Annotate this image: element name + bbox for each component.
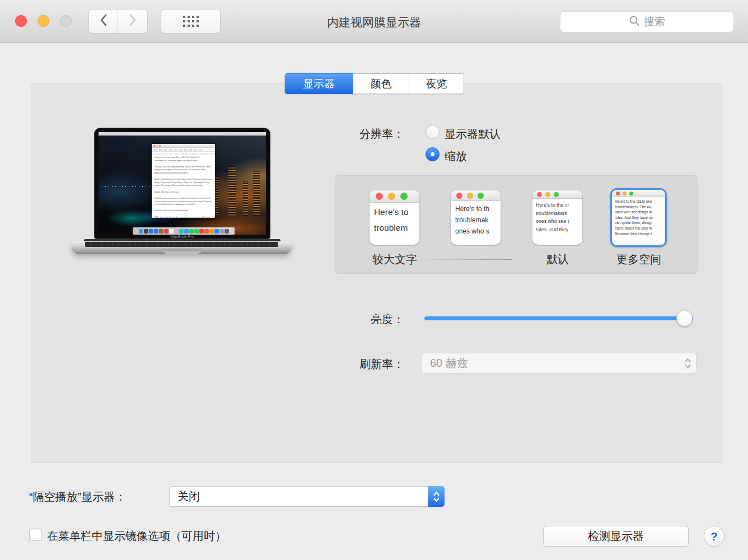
airplay-value: 关闭 bbox=[170, 489, 428, 504]
macbook-lid-notch bbox=[162, 249, 202, 254]
dock-app-icon bbox=[179, 229, 184, 234]
city-building bbox=[253, 171, 260, 216]
macbook-model-label: MacBook Pro bbox=[94, 235, 270, 239]
scale-option-more-space-selected[interactable]: Here's to the crazy one troublemakers. T… bbox=[610, 188, 667, 247]
dock-app-icon bbox=[139, 229, 143, 234]
scale-option-larger-text[interactable]: Here's to troublem bbox=[370, 190, 419, 245]
tab-bar: 显示器 颜色 夜览 bbox=[284, 73, 464, 94]
thumb-sample-text: Here's to the cr troublemakers. ones who… bbox=[532, 199, 582, 245]
radio-default-label[interactable]: 显示器默认 bbox=[445, 127, 501, 142]
titlebar: 内建视网膜显示器 搜索 bbox=[0, 0, 748, 43]
dock-app-icon bbox=[164, 229, 169, 234]
dock-app-icon bbox=[189, 229, 194, 234]
tab-night-shift[interactable]: 夜览 bbox=[409, 73, 464, 94]
mini-menubar bbox=[99, 132, 266, 136]
refresh-rate-label: 刷新率： bbox=[314, 357, 404, 372]
macbook-keyboard bbox=[85, 242, 278, 247]
city-building bbox=[228, 166, 236, 216]
airplay-dropdown[interactable]: 关闭 bbox=[169, 486, 445, 507]
airplay-display-label: “隔空播放”显示器： bbox=[29, 489, 126, 505]
tab-display[interactable]: 显示器 bbox=[284, 73, 353, 94]
search-placeholder: 搜索 bbox=[644, 15, 665, 29]
mini-textedit-window: Here's to the crazy ones. The misfits. T… bbox=[152, 144, 215, 218]
dock-app-icon bbox=[159, 229, 163, 234]
show-mirroring-options-checkbox[interactable] bbox=[29, 529, 41, 541]
dock-app-icon bbox=[169, 229, 174, 234]
mini-minimize-icon bbox=[156, 145, 158, 147]
brightness-slider-track[interactable] bbox=[424, 316, 693, 320]
chevron-up-down-icon bbox=[679, 357, 696, 370]
dock-app-icon bbox=[174, 229, 179, 234]
radio-scaled[interactable] bbox=[426, 147, 440, 161]
show-mirroring-options-label[interactable]: 在菜单栏中显示镜像选项（可用时） bbox=[47, 529, 226, 544]
dock bbox=[133, 227, 235, 235]
dock-app-icon bbox=[209, 229, 214, 234]
thumb-titlebar bbox=[451, 190, 501, 201]
detect-displays-button[interactable]: 检测显示器 bbox=[543, 526, 689, 547]
thumb-sample-text: Here's to the crazy one troublemakers. T… bbox=[612, 197, 665, 245]
dock-app-icon bbox=[149, 229, 153, 234]
city-building bbox=[243, 181, 248, 216]
scale-label-more-space: 更多空间 bbox=[611, 252, 667, 267]
radio-scaled-label[interactable]: 缩放 bbox=[445, 149, 467, 164]
scale-label-default: 默认 bbox=[530, 252, 586, 267]
dock-app-icon bbox=[194, 229, 199, 234]
dock-app-icon bbox=[199, 229, 204, 234]
mini-window-titlebar bbox=[152, 144, 215, 148]
mini-toolbar bbox=[152, 148, 215, 152]
help-button[interactable]: ? bbox=[704, 526, 724, 547]
chevron-up-down-icon bbox=[428, 486, 445, 507]
tab-color[interactable]: 颜色 bbox=[353, 73, 409, 94]
mini-close-icon bbox=[153, 145, 155, 147]
macbook-base bbox=[72, 241, 292, 254]
brightness-label: 亮度： bbox=[314, 312, 404, 327]
dock-app-icon bbox=[214, 229, 219, 234]
thumb-titlebar bbox=[612, 190, 665, 197]
mini-zoom-icon bbox=[159, 145, 161, 147]
refresh-rate-dropdown: 60 赫兹 bbox=[422, 353, 696, 374]
radio-default-for-display[interactable] bbox=[426, 125, 440, 139]
dock-app-icon bbox=[219, 229, 224, 234]
dock-app-icon bbox=[184, 229, 189, 234]
mini-document-text: Here's to the crazy ones. The misfits. T… bbox=[152, 155, 215, 218]
dock-app-icon bbox=[225, 229, 229, 234]
scale-divider-line bbox=[427, 259, 512, 260]
thumb-titlebar bbox=[532, 190, 582, 199]
search-input[interactable]: 搜索 bbox=[560, 11, 734, 32]
thumb-sample-text: Here's to troublem bbox=[370, 203, 419, 245]
macbook-display-preview: Here's to the crazy ones. The misfits. T… bbox=[99, 132, 266, 235]
thumb-sample-text: Here's to th troublemak ones who s bbox=[451, 201, 501, 245]
scale-option-2[interactable]: Here's to th troublemak ones who s bbox=[451, 190, 501, 245]
thumb-titlebar bbox=[370, 190, 419, 203]
dock-app-icon bbox=[204, 229, 209, 234]
dock-app-icon bbox=[144, 229, 148, 234]
scale-option-default[interactable]: Here's to the cr troublemakers. ones who… bbox=[532, 190, 582, 245]
search-icon bbox=[629, 15, 640, 29]
refresh-rate-value: 60 赫兹 bbox=[422, 356, 679, 371]
dock-app-icon bbox=[154, 229, 158, 234]
resolution-label: 分辨率： bbox=[314, 127, 404, 142]
scale-label-larger-text: 较大文字 bbox=[364, 252, 426, 267]
brightness-slider-thumb[interactable] bbox=[676, 310, 693, 326]
